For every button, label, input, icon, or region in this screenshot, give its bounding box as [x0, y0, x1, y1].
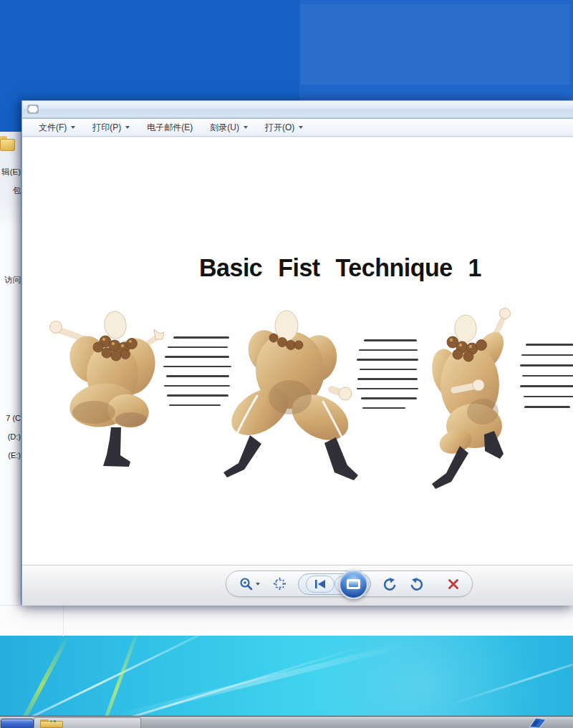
magnifier-icon	[239, 577, 254, 591]
menu-file[interactable]: 文件(F)	[32, 120, 82, 136]
wallpaper-aurora	[0, 636, 573, 716]
delete-x-icon	[447, 578, 460, 591]
wallpaper-glow	[272, 636, 573, 716]
caption-text-block-2	[357, 339, 418, 409]
rotate-cw-icon	[410, 577, 424, 591]
previous-button[interactable]	[306, 576, 334, 593]
photo-viewer-app-icon	[27, 105, 39, 114]
menu-open[interactable]: 打开(O)	[259, 120, 309, 136]
previous-icon	[314, 579, 327, 589]
actual-size-icon	[273, 577, 286, 591]
taskbar-app-icon[interactable]	[527, 717, 547, 728]
delete-button[interactable]	[446, 576, 461, 592]
menu-email[interactable]: 电子邮件(E)	[140, 120, 199, 136]
explorer-drive-d[interactable]: (D:)	[0, 432, 21, 441]
explorer-window-left-edge	[0, 132, 21, 636]
photo-viewer-window: 文件(F) 打印(P) 电子邮件(E) 刻录(U) 打开(O) Basic Fi…	[21, 100, 573, 605]
taskbar-start-fragment[interactable]	[1, 719, 34, 728]
image-title-text: Basic Fist Technique 1	[197, 253, 483, 283]
dropdown-arrow-icon	[244, 126, 248, 129]
explorer-nav-recent-places[interactable]: 访问	[0, 275, 21, 286]
rotate-ccw-icon	[382, 577, 397, 591]
monk-figure-3	[414, 304, 526, 495]
monk-figure-2	[218, 304, 359, 481]
rotate-clockwise-button[interactable]	[408, 576, 425, 593]
dropdown-arrow-icon	[125, 126, 130, 129]
dropdown-arrow-icon	[299, 126, 303, 129]
navigation-group	[298, 573, 371, 595]
explorer-window-bottom	[0, 605, 573, 636]
viewer-toolbar	[22, 565, 573, 606]
rotate-counterclockwise-button[interactable]	[381, 576, 398, 593]
menu-print[interactable]: 打印(P)	[86, 120, 136, 136]
taskbar-explorer-button[interactable]	[34, 717, 141, 728]
explorer-drive-c[interactable]: 7 (C	[0, 414, 21, 422]
menu-bar: 文件(F) 打印(P) 电子邮件(E) 刻录(U) 打开(O)	[22, 118, 573, 137]
folder-icon	[0, 136, 15, 152]
slideshow-icon	[347, 579, 360, 589]
title-bar[interactable]	[22, 101, 573, 118]
zoom-button[interactable]	[238, 576, 261, 593]
desktop: 辑(E) 包 访问 7 (C (D:) (E:) 文件(F) 打印(P) 电子邮…	[0, 0, 573, 728]
explorer-menu-edit[interactable]: 辑(E)	[0, 167, 21, 178]
taskbar	[0, 716, 573, 728]
toolbar-pill	[226, 571, 473, 597]
photo-canvas: Basic Fist Technique 1	[22, 137, 573, 565]
caption-text-block-3	[520, 344, 573, 408]
folder-icon	[40, 719, 63, 728]
explorer-drive-e[interactable]: (E:)	[0, 451, 21, 460]
dropdown-arrow-icon	[71, 126, 75, 129]
monk-figure-1	[47, 304, 170, 470]
actual-size-button[interactable]	[271, 576, 288, 592]
dropdown-arrow-icon	[256, 583, 260, 586]
slideshow-button[interactable]	[339, 570, 368, 599]
menu-burn[interactable]: 刻录(U)	[203, 120, 254, 136]
wallpaper-panel	[301, 4, 569, 84]
explorer-toolbar-label[interactable]: 包	[0, 185, 21, 196]
